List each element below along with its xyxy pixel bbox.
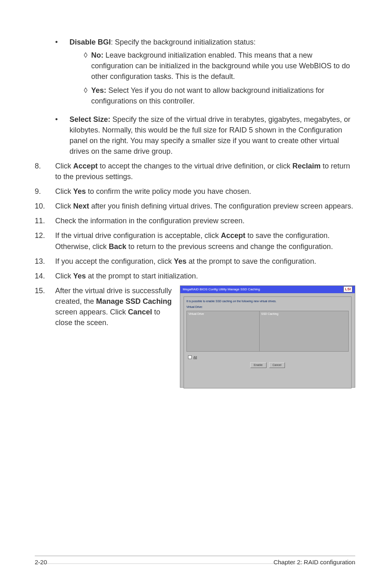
- diamond-marker: ◊: [84, 50, 91, 82]
- step-text: If you accept the configuration, click Y…: [55, 256, 355, 267]
- all-checkbox-row: All: [188, 355, 349, 360]
- dialog-title: MegaRAID BIOS Config Utility Manage SSD …: [183, 287, 260, 292]
- sub-text: No: Leave background initialization enab…: [91, 50, 355, 82]
- bullet-text: Disable BGI: Specify the background init…: [69, 37, 355, 110]
- dialog-body: It is possible to enable SSD caching on …: [180, 293, 355, 392]
- dialog-titlebar: MegaRAID BIOS Config Utility Manage SSD …: [180, 286, 355, 293]
- cancel-label: Cancel: [128, 308, 152, 316]
- chapter-label: Chapter 2: RAID configuration: [273, 559, 355, 566]
- step-9: 9. Click Yes to confirm the write policy…: [35, 186, 355, 197]
- step-8: 8. Click Accept to accept the changes to…: [35, 161, 355, 182]
- step-10: 10. Click Next after you finish defining…: [35, 201, 355, 211]
- dialog-columns: Virtual Drive SSD Caching: [186, 311, 349, 352]
- step-number: 14.: [35, 271, 55, 281]
- back-label: Back: [109, 242, 126, 251]
- all-label: All: [193, 355, 197, 360]
- no-label: No:: [91, 51, 103, 59]
- step-number: 8.: [35, 161, 55, 182]
- column-virtual-drive: Virtual Drive: [187, 311, 260, 351]
- step-13: 13. If you accept the configuration, cli…: [35, 256, 355, 267]
- step-11: 11. Check the information in the configu…: [35, 215, 355, 226]
- yes-label: Yes:: [91, 86, 106, 94]
- reclaim-label: Reclaim: [292, 162, 321, 170]
- no-text: Leave background initialization enabled.…: [91, 51, 350, 81]
- next-label: Next: [73, 202, 89, 210]
- bullet-marker: •: [55, 37, 69, 110]
- column-ssd-caching: SSD Caching: [260, 311, 348, 351]
- step-12: 12. If the virtual drive configuration i…: [35, 230, 355, 251]
- step-number: 12.: [35, 230, 55, 251]
- bullet-marker: •: [55, 114, 69, 157]
- page-footer: 2-20 Chapter 2: RAID configuration: [35, 556, 355, 566]
- disable-bgi-text: : Specify the background initialization …: [111, 38, 256, 46]
- diamond-marker: ◊: [84, 85, 91, 106]
- step-text: Click Next after you finish defining vir…: [55, 201, 355, 211]
- dialog-buttons: Enable Cancel: [186, 362, 349, 368]
- step-text: If the virtual drive configuration is ac…: [55, 230, 355, 251]
- yes-text: Select Yes if you do not want to allow b…: [91, 86, 324, 105]
- ssd-caching-dialog: MegaRAID BIOS Config Utility Manage SSD …: [180, 285, 355, 388]
- step-number: 10.: [35, 201, 55, 211]
- cancel-button[interactable]: Cancel: [269, 362, 285, 368]
- step-text: Click Yes at the prompt to start initial…: [55, 271, 355, 281]
- all-checkbox[interactable]: [188, 355, 192, 359]
- accept-label: Accept: [73, 162, 98, 170]
- step-text: Click Accept to accept the changes to th…: [55, 161, 355, 182]
- yes-label: Yes: [73, 272, 86, 280]
- lsi-logo: LSI: [343, 286, 352, 292]
- accept-label: Accept: [221, 231, 245, 240]
- bullet-text: Select Size: Specify the size of the vir…: [69, 114, 355, 157]
- step-number: 11.: [35, 215, 55, 226]
- yes-label: Yes: [174, 257, 186, 265]
- enable-button[interactable]: Enable: [250, 362, 267, 368]
- manage-ssd-label: Manage SSD Caching: [96, 297, 172, 305]
- step-text: After the virtual drive is successfully …: [55, 285, 176, 388]
- dialog-frame: It is possible to enable SSD caching on …: [184, 296, 352, 388]
- sub-bullet-yes: ◊ Yes: Select Yes if you do not want to …: [84, 85, 355, 106]
- page-number: 2-20: [35, 559, 47, 566]
- virtual-drive-label: Virtual Drive:: [186, 305, 349, 309]
- step-number: 13.: [35, 256, 55, 267]
- step-14: 14. Click Yes at the prompt to start ini…: [35, 271, 355, 281]
- sub-text: Yes: Select Yes if you do not want to al…: [91, 85, 355, 106]
- step-text: Click Yes to confirm the write policy mo…: [55, 186, 355, 197]
- page-content: • Disable BGI: Specify the background in…: [35, 37, 355, 388]
- bullet-select-size: • Select Size: Specify the size of the v…: [55, 114, 355, 157]
- step-text: Check the information in the configurati…: [55, 215, 355, 226]
- bullet-disable-bgi: • Disable BGI: Specify the background in…: [55, 37, 355, 110]
- step-number: 9.: [35, 186, 55, 197]
- ssd-dialog-screenshot: MegaRAID BIOS Config Utility Manage SSD …: [176, 285, 355, 388]
- select-size-label: Select Size:: [69, 115, 110, 123]
- step-number: 15.: [35, 285, 55, 388]
- dialog-message: It is possible to enable SSD caching on …: [186, 299, 349, 303]
- yes-label: Yes: [73, 187, 86, 195]
- select-size-text: Specify the size of the virtual drive in…: [69, 115, 350, 155]
- disable-bgi-label: Disable BGI: [69, 38, 111, 46]
- sub-bullet-no: ◊ No: Leave background initialization en…: [84, 50, 355, 82]
- step-15: 15. After the virtual drive is successfu…: [35, 285, 355, 388]
